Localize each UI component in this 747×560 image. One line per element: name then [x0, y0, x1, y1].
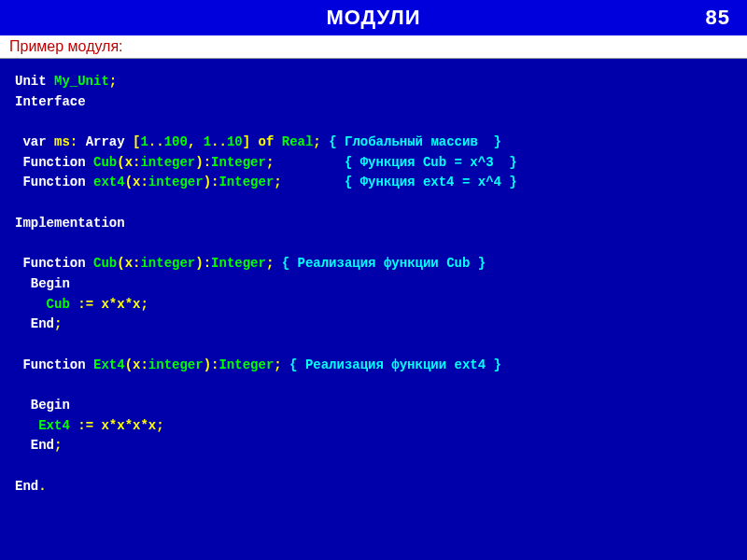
comment: { Функция ext4 = x^4 } — [345, 175, 517, 189]
text: ): — [195, 155, 211, 170]
slide-title: МОДУЛИ — [326, 6, 420, 29]
code-line: End; — [15, 316, 62, 331]
keyword-begin: Begin — [15, 398, 70, 413]
code-line: End. — [15, 479, 47, 494]
text: ; — [266, 256, 282, 271]
slide: МОДУЛИ 85 Пример модуля: Unit My_Unit; I… — [0, 0, 747, 560]
keyword-begin: Begin — [15, 276, 70, 291]
number: 1 — [140, 134, 148, 149]
text: (x: — [125, 357, 148, 372]
text: ] of — [243, 134, 282, 149]
subtitle-text: Пример модуля: — [9, 38, 123, 54]
text: := x*x*x; — [70, 297, 148, 312]
code-line: Function Cub(x:integer):Integer; { Функц… — [15, 155, 517, 170]
code-line: Interface — [15, 94, 86, 109]
number: 1 — [204, 134, 211, 149]
keyword-array: Array — [86, 134, 133, 149]
text: ; — [274, 175, 345, 189]
comment: { Функция Cub = x^3 } — [345, 155, 517, 170]
text: ; — [266, 155, 345, 170]
type-integer: Integer — [218, 357, 274, 372]
comment: { Реализация функции ext4 } — [289, 357, 501, 372]
text: ; — [109, 74, 117, 89]
ident-ext4: Ext4 — [38, 418, 70, 433]
comment: { Глобальный массив } — [329, 134, 501, 149]
ident-ext4: ext4 — [93, 175, 125, 189]
text: ; — [274, 357, 289, 372]
type-integer: Integer — [211, 256, 266, 271]
text: := x*x*x*x; — [70, 418, 164, 433]
keyword-function: Function — [15, 357, 93, 372]
text: , — [188, 134, 204, 149]
text — [15, 418, 38, 433]
comment: { Реализация функции Cub } — [282, 256, 486, 271]
text: .. — [211, 134, 227, 149]
code-line: Begin — [15, 398, 70, 413]
code-line: Function Cub(x:integer):Integer; { Реали… — [15, 256, 486, 271]
code-line: Unit My_Unit; — [15, 74, 117, 89]
type-integer: Integer — [211, 155, 266, 170]
code-line: Ext4 := x*x*x*x; — [15, 418, 164, 433]
type-integer: integer — [148, 175, 204, 189]
keyword-unit: Unit — [15, 74, 54, 89]
code-line: End; — [15, 438, 62, 453]
number: 100 — [164, 134, 188, 149]
ident-cub: Cub — [93, 155, 117, 170]
text — [15, 297, 47, 312]
text: ): — [195, 256, 211, 271]
text: ms: — [54, 134, 86, 149]
title-bar: МОДУЛИ 85 — [0, 0, 747, 35]
keyword-interface: Interface — [15, 94, 86, 109]
text: (x: — [125, 175, 148, 189]
subtitle-bar: Пример модуля: — [0, 35, 747, 59]
text: .. — [148, 134, 164, 149]
text: ; — [54, 438, 62, 453]
code-line: var ms: Array [1..100, 1..10] of Real; {… — [15, 134, 501, 149]
text: (x: — [117, 256, 140, 271]
type-integer: Integer — [218, 175, 274, 189]
keyword-end: End — [15, 316, 54, 331]
number: 10 — [227, 134, 243, 149]
type-integer: integer — [140, 256, 195, 271]
text: ): — [204, 357, 219, 372]
code-line: Implementation — [15, 216, 125, 231]
page-number: 85 — [706, 6, 730, 30]
keyword-var: var — [15, 134, 54, 149]
ident-my-unit: My_Unit — [54, 74, 109, 89]
type-integer: integer — [140, 155, 195, 170]
code-area: Unit My_Unit; Interface var ms: Array [1… — [0, 59, 747, 510]
text: ; — [54, 316, 62, 331]
type-integer: integer — [148, 357, 204, 372]
text: ): — [204, 175, 219, 189]
code-line: Begin — [15, 276, 70, 291]
text: . — [38, 479, 46, 494]
ident-cub: Cub — [93, 256, 117, 271]
text: ; — [313, 134, 329, 149]
text: (x: — [117, 155, 140, 170]
code-line: Function Ext4(x:integer):Integer; { Реал… — [15, 357, 501, 372]
keyword-function: Function — [15, 175, 93, 189]
ident-ext4: Ext4 — [93, 357, 125, 372]
code-line: Cub := x*x*x; — [15, 297, 148, 312]
keyword-function: Function — [15, 256, 93, 271]
type-real: Real — [282, 134, 314, 149]
ident-cub: Cub — [47, 297, 70, 312]
keyword-implementation: Implementation — [15, 216, 125, 231]
keyword-end: End — [15, 438, 54, 453]
code-line: Function ext4(x:integer):Integer; { Функ… — [15, 175, 517, 189]
keyword-function: Function — [15, 155, 93, 170]
keyword-end: End — [15, 479, 38, 494]
